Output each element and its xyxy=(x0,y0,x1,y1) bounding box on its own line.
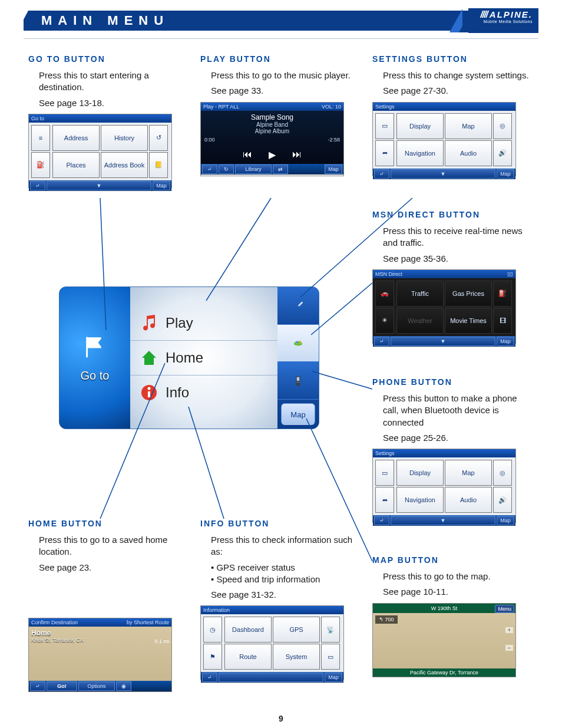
dropdown-icon: ▼ xyxy=(391,337,495,346)
nav-arrow-icon: ➦ xyxy=(375,140,394,166)
page-header: MAIN MENU ALPINE. Mobile Media Solutions xyxy=(24,11,538,37)
gas-icon: ⛽ xyxy=(493,281,512,307)
svg-line-11 xyxy=(311,283,372,335)
info-icon xyxy=(140,383,158,402)
mini-map-screen: W 190th St Menu ↰ 700 Pacific Gateway Dr… xyxy=(372,603,516,677)
svg-point-2 xyxy=(148,387,151,390)
back-icon: ⤶ xyxy=(374,337,389,346)
house-icon xyxy=(140,348,158,367)
locate-icon: ◉ xyxy=(116,681,131,691)
settings-button[interactable] xyxy=(277,287,319,325)
page-title: MAIN MENU xyxy=(41,11,169,31)
speaker-icon: 🔊 xyxy=(493,487,512,513)
back-icon: ⤶ xyxy=(30,681,45,691)
brand-text: ALPINE. xyxy=(490,9,533,19)
svg-rect-1 xyxy=(148,391,150,397)
msn-button[interactable] xyxy=(277,325,319,363)
display-icon: ▭ xyxy=(375,113,394,139)
signal-icon: ▯▯ xyxy=(507,271,513,277)
book-icon: 📒 xyxy=(149,152,168,178)
callout-play: PLAY BUTTON Press this to go to the musi… xyxy=(200,54,359,176)
compass-icon: ◎ xyxy=(493,460,512,486)
svg-rect-4 xyxy=(297,377,300,380)
callout-msn: MSN DIRECT BUTTON Press this to receive … xyxy=(372,210,531,344)
fuel-icon: ⛽ xyxy=(31,152,50,178)
dropdown-icon: ▼ xyxy=(47,181,151,190)
route-icon: ⚑ xyxy=(203,644,222,670)
zoom-out-icon: − xyxy=(505,645,513,651)
back-icon: ⤶ xyxy=(202,673,217,682)
back-icon: ⤶ xyxy=(374,169,389,179)
dropdown-icon: ▼ xyxy=(391,516,495,525)
heading-info: INFO BUTTON xyxy=(200,519,365,528)
heading-msn: MSN DIRECT BUTTON xyxy=(372,210,531,219)
heading-settings: SETTINGS BUTTON xyxy=(372,54,531,64)
mini-play-screen: Play - RPT ALLVOL: 10 Sample Song Alpine… xyxy=(200,102,344,176)
heading-map: MAP BUTTON xyxy=(372,555,531,565)
mini-phone-screen: Settings ▭ Display Map ◎ ➦ Navigation Au… xyxy=(372,449,516,523)
back-icon: ⤶ xyxy=(202,164,217,174)
nav-arrow-icon: ➦ xyxy=(375,487,394,513)
brand-subtitle: Mobile Media Solutions xyxy=(481,19,533,24)
music-note-icon xyxy=(140,314,158,332)
heading-play: PLAY BUTTON xyxy=(200,54,359,64)
play-icon: ▶ xyxy=(269,149,276,160)
display-icon: ▭ xyxy=(375,460,394,486)
weather-icon: ☀ xyxy=(375,308,394,334)
phone-button[interactable] xyxy=(277,362,319,400)
speaker-icon: 🔊 xyxy=(493,140,512,166)
map-button[interactable]: Map xyxy=(281,403,315,425)
callout-phone: PHONE BUTTON Press this button to make a… xyxy=(372,377,531,523)
callout-goto: GO TO BUTTON Press this to start enterin… xyxy=(28,54,187,188)
callout-info: INFO BUTTON Press this to check informat… xyxy=(200,519,365,680)
info-button[interactable]: Info xyxy=(130,375,277,410)
system-icon: ▭ xyxy=(321,644,340,670)
back-icon: ⤶ xyxy=(30,181,45,190)
gauge-icon: ◷ xyxy=(203,617,222,643)
shuffle-icon: ⇄ xyxy=(273,164,288,174)
film-icon: 🎞 xyxy=(493,308,512,334)
page-number: 9 xyxy=(0,714,562,723)
svg-rect-7 xyxy=(299,382,299,383)
prev-track-icon: ⏮ xyxy=(243,149,252,160)
heading-phone: PHONE BUTTON xyxy=(372,377,531,387)
mini-msn-screen: MSN Direct▯▯ 🚗 Traffic Gas Prices ⛽ ☀ We… xyxy=(372,269,516,344)
callout-home: HOME BUTTON Press this to go to a saved … xyxy=(28,519,187,577)
recent-icon: ↺ xyxy=(149,125,168,151)
callout-map: MAP BUTTON Press this to go to the map. … xyxy=(372,555,531,677)
back-icon: ⤶ xyxy=(374,516,389,525)
satellite-icon: 📡 xyxy=(321,617,340,643)
list-icon: ≡ xyxy=(31,125,50,151)
callout-settings: SETTINGS BUTTON Press this to change sys… xyxy=(372,54,531,176)
mini-goto-screen: Go to ≡ Address History ↺ ⛽ Places Addre… xyxy=(28,114,172,188)
svg-rect-5 xyxy=(297,382,297,383)
repeat-icon: ↻ xyxy=(219,164,234,174)
main-menu-screen: Go to Play Home Info xyxy=(59,286,319,429)
svg-line-12 xyxy=(312,371,372,389)
heading-goto: GO TO BUTTON xyxy=(28,54,187,64)
mini-settings-screen: Settings ▭ Display Map ◎ ➦ Navigation Au… xyxy=(372,102,516,176)
mini-home-screen: Confirm Destinationby Shortest Route Hom… xyxy=(28,618,172,692)
mini-info-screen: Information ◷ Dashboard GPS 📡 ⚑ Route Sy… xyxy=(200,605,344,680)
play-button[interactable]: Play xyxy=(130,306,277,341)
svg-line-9 xyxy=(206,198,271,301)
goto-button[interactable]: Go to xyxy=(81,369,110,383)
zoom-in-icon: + xyxy=(505,627,513,633)
dropdown-icon: ▼ xyxy=(391,169,495,179)
car-icon: 🚗 xyxy=(375,281,394,307)
heading-home: HOME BUTTON xyxy=(28,519,187,528)
home-button[interactable]: Home xyxy=(130,341,277,375)
flag-icon[interactable] xyxy=(81,334,108,363)
next-track-icon: ⏭ xyxy=(292,149,302,160)
compass-icon: ◎ xyxy=(493,113,512,139)
brand-logo: ALPINE. Mobile Media Solutions xyxy=(449,8,538,33)
svg-rect-6 xyxy=(298,382,299,383)
